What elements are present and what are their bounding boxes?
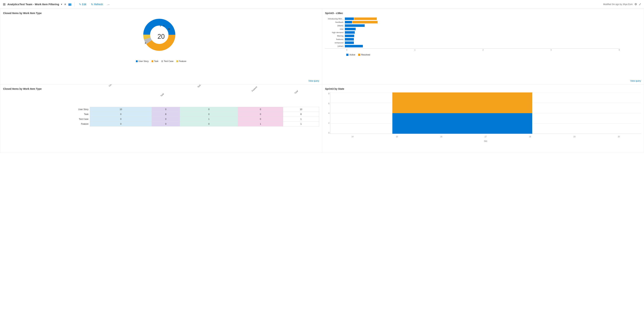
sprint3-state-chart-area: 0 2 4 6 8 [325,92,641,139]
hbar-row-3: new [325,28,641,30]
table-row: Feature 0 0 0 1 1 [3,121,319,126]
x-label-16: 16 [440,136,442,138]
hbar-seg-active-4 [345,31,355,34]
hbar-seg-active-8 [345,45,363,47]
hbar-label-0: Introducing Wor... [325,18,345,20]
legend-label-userstory: User Story [138,60,149,63]
hbar-bars-8 [345,45,363,47]
tick-1: 1 [414,49,416,51]
donut-label-1: 10 [168,28,170,30]
hbar-bars-1 [345,21,378,24]
legend-label-testcase: Test Case [164,60,173,63]
sbar-month-label: Oct [325,140,641,142]
table-row: Test Case 0 0 1 0 1 [3,117,319,121]
hbar-label-7: enhanced [325,42,345,44]
ytick-6: 6 [325,102,330,105]
cell-0-0: 10 [90,107,152,112]
hbar-label-4: high demand [325,31,345,34]
legend-dot-userstory [136,60,138,62]
cell-3-3: 1 [238,121,283,126]
hbar-label-8: (other) [325,45,345,47]
edit-button[interactable]: ✎ Edit [78,2,88,7]
col-header-4: Total [283,92,319,107]
ytick-8: 8 [325,92,330,95]
hbar-row-0: Introducing Wor... [325,18,641,20]
sbar-y-axis: 0 2 4 6 8 [325,92,330,139]
cell-0-3: 0 [238,107,283,112]
hbar-label-1: feedback [325,21,345,23]
table-row: Task 0 8 0 0 8 [3,112,319,117]
sprint3-bar-legend: Active Resolved [325,54,641,56]
x-label-15: 15 [396,136,398,138]
stacked-bar [392,92,532,134]
tick-2: 2 [482,49,484,51]
hbar-x-axis: 0 1 2 3 4 [325,49,620,51]
cell-1-4: 8 [283,112,319,117]
favorite-icon[interactable]: ★ [64,3,66,6]
sprint3-bar-view-query[interactable]: View query [630,80,641,82]
refresh-button[interactable]: ↻ Refresh [90,2,104,7]
legend-label-task: Task [154,60,158,63]
legend-active-label: Active [349,54,355,56]
row-label-2: Test Case [3,117,90,121]
cell-2-1: 0 [152,117,180,121]
widget-sprint3-state: Sprint3 by State 0 2 4 6 8 [322,84,644,153]
hbar-row-5: filtering [325,35,641,37]
donut-label-4: 1 [163,25,164,27]
dashboard: Closed Items by Work Item Type 20 10 8 [0,9,644,153]
hbar-seg-resolved-1 [352,21,378,24]
bar-resolved [392,92,532,113]
cell-2-0: 0 [90,117,152,121]
hbar-bars-7 [345,42,354,44]
legend-active: Active [346,54,355,56]
x-label-14: 14 [352,136,354,138]
hbar-bars-5 [345,35,354,37]
hbar-seg-active-5 [345,35,354,37]
cell-3-1: 0 [152,121,180,126]
hbar-row-8: (other) [325,45,641,47]
sprint3-hbar-chart: Introducing Wor... feedback (blank) [325,17,641,52]
hbar-bars-3 [345,28,356,30]
legend-dot-task [152,60,153,62]
expand-icon[interactable]: ⤢ [639,3,641,6]
cell-2-2: 1 [180,117,238,121]
hbar-label-5: filtering [325,35,345,37]
team-icon[interactable]: 👥 [68,3,72,6]
cell-3-4: 1 [283,121,319,126]
hbar-row-7: enhanced [325,42,641,44]
cell-0-2: 0 [180,107,238,112]
donut-chart: 20 10 8 1 1 [141,17,181,56]
sbar-plot-area: 14 15 16 17 18 19 20 [330,92,641,134]
legend-dot-testcase [161,60,163,62]
row-label-1: Task [3,112,90,117]
legend-label-feature: Feature [179,60,186,63]
cell-2-3: 0 [238,117,283,121]
donut-view-query[interactable]: View query [308,80,319,82]
cell-0-4: 10 [283,107,319,112]
matrix-table: User Story Task Test Case Feature Total … [3,92,319,127]
board-icon: ⊞ [3,2,6,6]
legend-dot-feature [176,60,178,62]
hbar-row-4: high demand [325,31,641,34]
col-header-1: Task [152,92,180,107]
refresh-icon: ↻ [91,3,93,6]
chevron-down-icon[interactable]: ▾ [61,3,62,6]
more-button[interactable]: ··· [106,2,111,7]
divider [74,2,75,7]
hbar-seg-resolved-0 [354,18,377,20]
x-label-18: 18 [529,136,531,138]
hbar-label-2: (blank) [325,25,345,27]
hbar-label-6: features [325,38,345,40]
cell-2-4: 1 [283,117,319,121]
ytick-0: 0 [325,132,330,134]
hbar-bars-6 [345,38,354,41]
hbar-seg-active-0 [345,18,354,20]
donut-label-2: 8 [145,42,146,44]
settings-icon[interactable]: ⚙ [634,3,637,6]
hbar-row-2: (blank) [325,24,641,27]
cell-3-2: 0 [180,121,238,126]
tick-0: 0 [346,49,348,51]
widget-closed-donut: Closed Items by Work Item Type 20 10 8 [0,9,322,84]
donut-area: 20 10 8 1 1 User Story Task Test Case [3,17,319,63]
row-label-0: User Story [3,107,90,112]
